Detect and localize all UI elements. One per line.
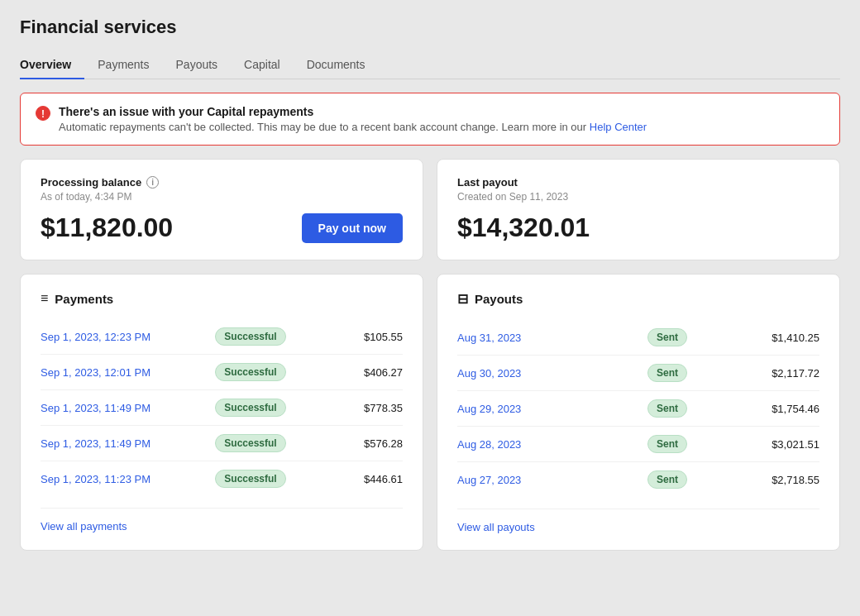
tab-payments[interactable]: Payments	[84, 51, 162, 79]
payment-date[interactable]: Sep 1, 2023, 12:23 PM	[41, 331, 156, 343]
processing-balance-amount-row: $11,820.00 Pay out now	[41, 212, 403, 243]
payment-amount: $105.55	[345, 331, 403, 343]
nav-tabs: Overview Payments Payouts Capital Docume…	[20, 51, 840, 79]
table-row: Aug 31, 2023 Sent $1,410.25	[457, 320, 819, 355]
processing-balance-sublabel: As of today, 4:34 PM	[41, 191, 403, 203]
status-badge: Sent	[647, 364, 687, 382]
last-payout-amount-row: $14,320.01	[457, 212, 819, 243]
status-badge: Successful	[215, 399, 285, 417]
status-badge: Successful	[215, 434, 285, 452]
tab-documents[interactable]: Documents	[294, 51, 379, 79]
status-badge: Sent	[647, 435, 687, 453]
table-row: Sep 1, 2023, 11:49 PM Successful $576.28	[41, 425, 403, 461]
payout-amount: $2,117.72	[762, 367, 819, 380]
status-badge: Successful	[215, 470, 285, 488]
payments-table: Sep 1, 2023, 12:23 PM Successful $105.55…	[41, 319, 403, 496]
help-center-link[interactable]: Help Center	[590, 121, 647, 133]
info-icon[interactable]: i	[146, 176, 159, 189]
tab-payouts[interactable]: Payouts	[163, 51, 232, 79]
payment-date[interactable]: Sep 1, 2023, 11:49 PM	[41, 402, 156, 414]
last-payout-sublabel: Created on Sep 11, 2023	[457, 191, 819, 203]
tab-capital[interactable]: Capital	[231, 51, 294, 79]
tables-row: ≡ Payments Sep 1, 2023, 12:23 PM Success…	[20, 274, 840, 551]
table-row: Sep 1, 2023, 11:23 PM Successful $446.61	[41, 461, 403, 496]
table-row: Aug 29, 2023 Sent $1,754.46	[457, 390, 819, 426]
payment-date[interactable]: Sep 1, 2023, 12:01 PM	[41, 366, 156, 379]
processing-balance-label: Processing balance i	[41, 176, 403, 189]
pay-out-now-button[interactable]: Pay out now	[302, 213, 403, 243]
table-row: Sep 1, 2023, 12:01 PM Successful $406.27	[41, 354, 403, 389]
alert-banner: ! There's an issue with your Capital rep…	[20, 93, 840, 146]
alert-description: Automatic repayments can't be collected.…	[59, 121, 647, 133]
cards-row: Processing balance i As of today, 4:34 P…	[20, 159, 840, 260]
view-all-payouts-link[interactable]: View all payouts	[457, 509, 819, 533]
payout-amount: $1,754.46	[762, 403, 819, 415]
svg-text:!: !	[41, 108, 45, 120]
view-all-payments-link[interactable]: View all payments	[41, 508, 403, 532]
table-row: Aug 30, 2023 Sent $2,117.72	[457, 355, 819, 390]
payouts-icon: ⊟	[457, 291, 468, 307]
status-badge: Sent	[647, 328, 687, 346]
payments-icon: ≡	[41, 291, 48, 306]
payout-date[interactable]: Aug 27, 2023	[457, 474, 573, 486]
status-badge: Sent	[647, 470, 687, 489]
table-row: Aug 28, 2023 Sent $3,021.51	[457, 426, 819, 461]
alert-content: There's an issue with your Capital repay…	[59, 105, 647, 133]
table-row: Sep 1, 2023, 12:23 PM Successful $105.55	[41, 319, 403, 354]
payment-date[interactable]: Sep 1, 2023, 11:23 PM	[41, 473, 156, 485]
payments-card: ≡ Payments Sep 1, 2023, 12:23 PM Success…	[20, 274, 423, 551]
payout-amount: $1,410.25	[762, 332, 819, 344]
payments-header: ≡ Payments	[41, 291, 403, 306]
processing-balance-amount: $11,820.00	[41, 212, 173, 243]
payout-date[interactable]: Aug 28, 2023	[457, 438, 573, 451]
tab-overview[interactable]: Overview	[20, 51, 84, 79]
payout-date[interactable]: Aug 30, 2023	[457, 367, 573, 380]
payment-amount: $406.27	[345, 366, 403, 379]
status-badge: Successful	[215, 363, 285, 381]
payment-amount: $576.28	[345, 437, 403, 450]
payout-date[interactable]: Aug 31, 2023	[457, 332, 573, 344]
payment-date[interactable]: Sep 1, 2023, 11:49 PM	[41, 437, 156, 450]
payouts-header: ⊟ Payouts	[457, 291, 819, 307]
payment-amount: $778.35	[345, 402, 403, 414]
payout-amount: $3,021.51	[762, 438, 819, 451]
payout-amount: $2,718.55	[762, 474, 819, 486]
alert-title: There's an issue with your Capital repay…	[59, 105, 647, 118]
page-title: Financial services	[20, 17, 840, 38]
status-badge: Successful	[215, 327, 285, 346]
table-row: Aug 27, 2023 Sent $2,718.55	[457, 461, 819, 497]
table-row: Sep 1, 2023, 11:49 PM Successful $778.35	[41, 389, 403, 425]
payout-date[interactable]: Aug 29, 2023	[457, 403, 573, 415]
processing-balance-card: Processing balance i As of today, 4:34 P…	[20, 159, 423, 260]
last-payout-label: Last payout	[457, 176, 819, 189]
payouts-card: ⊟ Payouts Aug 31, 2023 Sent $1,410.25 Au…	[437, 274, 840, 551]
alert-icon: !	[36, 106, 50, 121]
last-payout-amount: $14,320.01	[457, 212, 590, 243]
status-badge: Sent	[647, 399, 687, 418]
last-payout-card: Last payout Created on Sep 11, 2023 $14,…	[437, 159, 840, 260]
payouts-table: Aug 31, 2023 Sent $1,410.25 Aug 30, 2023…	[457, 320, 819, 497]
payment-amount: $446.61	[345, 473, 403, 485]
